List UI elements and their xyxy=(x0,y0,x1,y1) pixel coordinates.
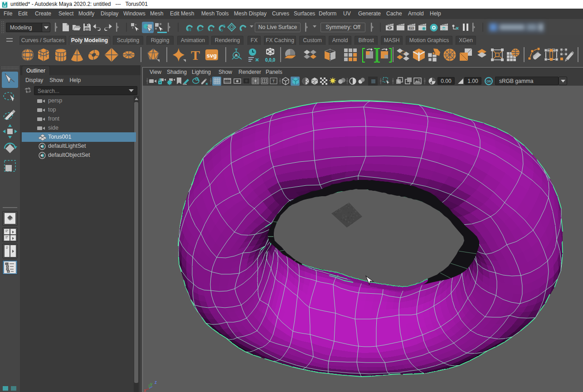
svg-text:z: z xyxy=(155,380,157,385)
svg-text:svg: svg xyxy=(207,52,217,59)
svg-text:ON: ON xyxy=(486,80,491,83)
svg-text:y: y xyxy=(150,382,152,387)
svg-text:0,0,0: 0,0,0 xyxy=(265,58,276,63)
svg-text:T: T xyxy=(191,48,200,63)
svg-text:IPR: IPR xyxy=(409,27,413,29)
svg-text:T: T xyxy=(272,79,275,83)
svg-text:x: x xyxy=(144,388,146,392)
